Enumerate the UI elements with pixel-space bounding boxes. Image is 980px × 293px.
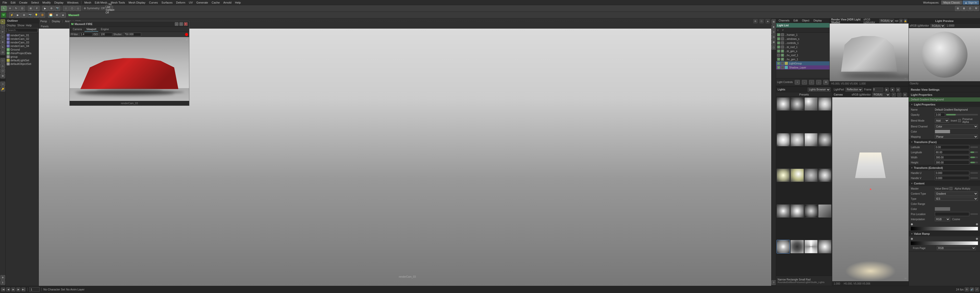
menu-uv[interactable]: UV xyxy=(187,0,194,5)
prop-opacity-slider[interactable] xyxy=(946,114,978,115)
mfw-filter-input[interactable] xyxy=(80,33,92,36)
lpart-stop-btn[interactable]: ■ xyxy=(891,88,894,92)
tb-polymodel-btn[interactable]: □ xyxy=(63,6,68,11)
ll-check-v8[interactable]: ✓ xyxy=(777,62,780,65)
outliner-item-rendercam02[interactable]: C renderCam_02 xyxy=(6,37,38,41)
menu-display[interactable]: Display xyxy=(53,0,65,5)
lt-12[interactable] xyxy=(818,168,832,182)
lt-11[interactable] xyxy=(804,168,818,182)
lpart-next-btn[interactable]: ⊞ xyxy=(896,88,900,92)
lt-1[interactable] xyxy=(776,97,790,110)
lt-17[interactable] xyxy=(776,240,790,253)
tl-play-btn[interactable]: ▶ xyxy=(11,287,15,291)
tl-audio-btn[interactable]: 🔊 xyxy=(970,287,974,291)
menu-mesh[interactable]: Mesh xyxy=(83,0,93,5)
ll-check-p5[interactable]: P xyxy=(781,50,784,53)
lt-14[interactable] xyxy=(791,204,803,218)
outliner-item-ground[interactable]: M Ground xyxy=(6,48,38,51)
tool-move[interactable]: ✛ xyxy=(0,40,5,45)
tool-select[interactable]: ↖ xyxy=(0,19,5,24)
tb-select-btn[interactable]: ↖ xyxy=(1,6,6,11)
ll-check-v2[interactable]: ✓ xyxy=(777,37,780,40)
tb-extra-1[interactable]: ⊞ xyxy=(955,6,961,11)
prop-width-slider[interactable] xyxy=(970,157,978,158)
vp-icon-3[interactable]: ◈ xyxy=(765,19,770,23)
vp-tool-r2[interactable]: ◈ xyxy=(772,24,776,29)
tb-extra-4[interactable]: M xyxy=(974,6,979,11)
menu-create[interactable]: Create xyxy=(18,0,29,5)
tl-loop-btn[interactable]: ↺ xyxy=(975,287,979,291)
prop-height-slider[interactable] xyxy=(970,162,978,163)
vp-tool-r4[interactable]: ⊡ xyxy=(772,35,776,39)
lb-type-select[interactable]: Lights Browser Recent xyxy=(808,88,830,92)
ll-item-hvgen[interactable]: ✓ P ...hv_gen_1 xyxy=(776,57,829,61)
vp-display-label[interactable]: Display xyxy=(52,20,60,23)
menu-modify[interactable]: Modify xyxy=(41,0,52,5)
mx-btn-1[interactable]: ⚡ xyxy=(9,13,14,18)
prop-handlev-input[interactable] xyxy=(935,176,969,180)
lpart-frame-input[interactable] xyxy=(873,88,883,92)
tb-scale-btn[interactable]: ⊡ xyxy=(19,6,25,11)
ll-check-p7[interactable]: P xyxy=(781,58,784,61)
ramp-handle-1[interactable] xyxy=(911,223,913,225)
ll-check-v4[interactable]: ✓ xyxy=(777,45,780,48)
lt-20[interactable] xyxy=(818,240,832,253)
ll-item-controls[interactable]: ✓ ...controls_1 xyxy=(776,41,829,45)
mfw-tab-viewport[interactable]: Viewport xyxy=(84,27,99,32)
mx-btn-5[interactable]: 💡 xyxy=(33,13,39,18)
display-tab-ll[interactable]: Display xyxy=(812,19,823,22)
ll-item-hvroof[interactable]: P ...hv_roof_1 xyxy=(776,53,829,57)
lt-13[interactable] xyxy=(776,204,790,218)
lpart-play-btn[interactable]: ▶ xyxy=(885,88,889,92)
vp-tool-r5[interactable]: ⊠ xyxy=(772,40,776,45)
tool-paint[interactable]: ✏ xyxy=(0,30,5,34)
outliner-search-input[interactable] xyxy=(6,28,38,32)
lt-18[interactable] xyxy=(791,240,803,253)
prop-color-swatch[interactable] xyxy=(935,130,950,133)
lt-19[interactable] xyxy=(804,240,818,253)
mfw-iso-input[interactable] xyxy=(100,33,112,36)
menu-deform[interactable]: Deform xyxy=(175,0,187,5)
prop-lat-input[interactable] xyxy=(935,145,969,149)
mx-btn-8[interactable]: ⊠ xyxy=(54,13,60,18)
prop-invert-check[interactable] xyxy=(958,119,961,122)
vp-tool-r3[interactable]: ⊙ xyxy=(772,30,776,34)
mfw-shutter-input[interactable] xyxy=(123,33,141,36)
lt-9[interactable] xyxy=(776,168,790,182)
menu-file[interactable]: File xyxy=(1,0,9,5)
prop-blendchannel-select[interactable]: Color Alpha xyxy=(935,125,978,128)
menu-surfaces[interactable]: Surfaces xyxy=(160,0,174,5)
menu-curves[interactable]: Curves xyxy=(148,0,159,5)
mx-icon[interactable]: M xyxy=(1,13,6,18)
rv-channel-select[interactable]: RGB(A) R G B xyxy=(880,19,894,23)
prop-handlev-slider[interactable] xyxy=(970,177,978,179)
ll-check-v[interactable]: ✓ xyxy=(777,33,780,36)
outliner-item-rendercam03[interactable]: C renderCam_03 xyxy=(6,41,38,44)
prop-type-select[interactable]: IES Spot xyxy=(935,197,978,201)
ll-check-v7[interactable]: ✓ xyxy=(777,58,780,61)
ll-item-shadow[interactable]: ✓ Shadow_Layer xyxy=(776,66,829,69)
lt-8[interactable] xyxy=(818,133,832,146)
lt-15[interactable] xyxy=(804,204,818,218)
ll-item-human1[interactable]: ✓ ...human_1 xyxy=(776,33,829,37)
lp-channel-select[interactable]: RGB(A) xyxy=(931,24,945,27)
vp-tool-r7[interactable]: ? xyxy=(772,280,776,285)
tool-info[interactable]: ℹ xyxy=(0,280,5,285)
ll-check-p6[interactable]: P xyxy=(781,54,784,57)
tl-settings-btn[interactable]: ⚙ xyxy=(965,287,969,291)
menu-cache[interactable]: Cache xyxy=(210,0,221,5)
outliner-item-rhinodata[interactable]: M rhinoProjectData xyxy=(6,51,38,55)
mfw-close-btn[interactable]: ✕ xyxy=(184,22,188,26)
canvas-fit[interactable]: ⊞ xyxy=(903,93,907,97)
prop-interp-select[interactable]: RGB HSV xyxy=(935,217,950,221)
ll-check-v9[interactable]: ✓ xyxy=(777,66,780,69)
prop-lat-slider[interactable] xyxy=(970,146,978,148)
tool-cut[interactable]: ✂ xyxy=(0,35,5,39)
value-ramp-header[interactable]: Value Ramp xyxy=(909,231,980,236)
lp-props-header[interactable]: Light Properties xyxy=(909,102,980,107)
menu-edit[interactable]: Edit xyxy=(9,0,17,5)
rv-settings-btn[interactable]: ⚙ xyxy=(899,19,903,23)
tool-scale[interactable]: ⊡ xyxy=(0,50,5,54)
outliner-item-defaultobjectset[interactable]: G defaultObjectSet xyxy=(6,62,38,66)
tool-lasso[interactable]: ○ xyxy=(0,24,5,29)
